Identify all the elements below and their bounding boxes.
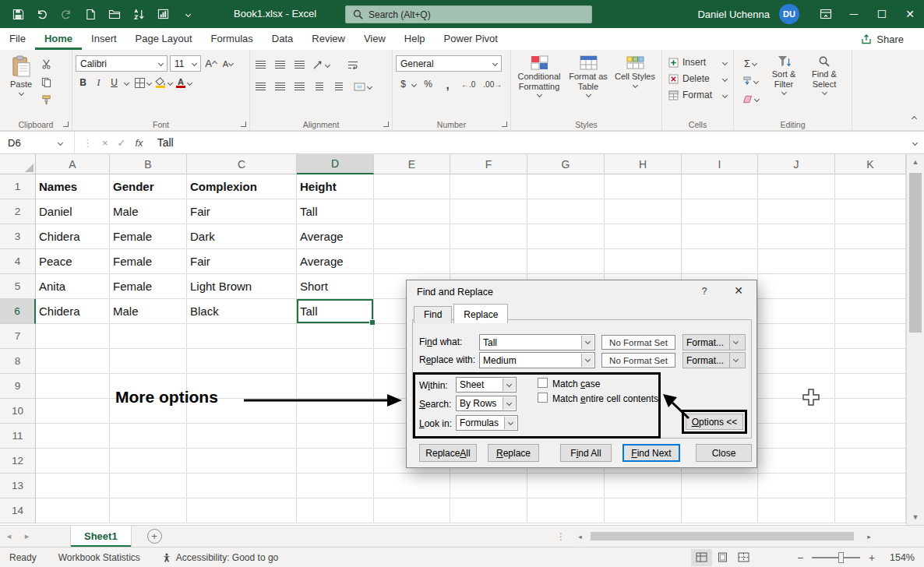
ribbon-display-options-icon[interactable] xyxy=(812,0,840,28)
sheet-nav-left-icon[interactable]: ◂ xyxy=(0,526,18,547)
column-header-E[interactable]: E xyxy=(374,154,450,174)
close-dialog-button[interactable]: Close xyxy=(696,444,752,462)
cell-D11[interactable] xyxy=(297,424,374,449)
cell-A14[interactable] xyxy=(36,498,110,523)
cell-J12[interactable] xyxy=(758,449,835,474)
vertical-scroll-thumb[interactable] xyxy=(909,173,922,333)
cell-H13[interactable] xyxy=(605,474,682,498)
conditional-formatting-button[interactable]: Conditional Formatting xyxy=(514,52,564,118)
wrap-text-icon[interactable] xyxy=(345,57,360,72)
align-right-icon[interactable] xyxy=(292,79,307,94)
name-box-input[interactable] xyxy=(8,137,51,149)
accounting-chevron-icon[interactable] xyxy=(411,81,417,86)
select-all-corner[interactable] xyxy=(0,154,36,174)
options-button[interactable]: Options << xyxy=(686,414,743,430)
align-center-icon[interactable] xyxy=(273,79,287,94)
cell-I13[interactable] xyxy=(682,474,758,498)
cell-J10[interactable] xyxy=(758,399,835,424)
clear-button[interactable] xyxy=(737,91,764,107)
cell-K8[interactable] xyxy=(835,349,906,374)
cell-C11[interactable] xyxy=(187,424,297,449)
cell-C6[interactable]: Black xyxy=(187,299,297,324)
replace-with-input[interactable] xyxy=(480,355,579,366)
find-format-button[interactable]: Format... xyxy=(682,334,746,350)
bold-button[interactable]: B xyxy=(76,75,90,90)
decrease-font-size-button[interactable]: A xyxy=(220,56,235,72)
cell-C13[interactable] xyxy=(187,474,297,498)
find-select-button[interactable]: Find & Select xyxy=(804,52,845,118)
insert-function-icon[interactable]: fx xyxy=(136,137,143,149)
cell-B8[interactable] xyxy=(110,349,187,374)
user-name[interactable]: Daniel Uchenna xyxy=(697,9,770,20)
name-box[interactable] xyxy=(0,132,75,153)
row-header-1[interactable]: 1 xyxy=(0,174,36,199)
row-header-12[interactable]: 12 xyxy=(0,449,36,474)
cell-B6[interactable]: Male xyxy=(110,299,187,324)
cell-E2[interactable] xyxy=(374,199,450,224)
collapse-ribbon-icon[interactable] xyxy=(910,111,916,125)
cell-D3[interactable]: Average xyxy=(297,224,374,249)
replace-button[interactable]: Replace xyxy=(488,444,539,462)
column-header-G[interactable]: G xyxy=(527,154,605,174)
cell-K1[interactable] xyxy=(835,174,906,199)
cell-K2[interactable] xyxy=(835,199,906,224)
tab-find[interactable]: Find xyxy=(414,306,452,323)
minimize-button[interactable]: ─ xyxy=(840,0,868,28)
find-what-dropdown-icon[interactable] xyxy=(581,336,594,349)
format-as-table-button[interactable]: Format as Table xyxy=(564,52,612,118)
cell-E1[interactable] xyxy=(374,174,450,199)
find-all-button[interactable]: Find All xyxy=(560,444,612,462)
merge-center-icon[interactable] xyxy=(352,79,373,94)
cell-K11[interactable] xyxy=(835,424,906,449)
cell-C1[interactable]: Complexion xyxy=(187,174,297,199)
normal-view-button[interactable] xyxy=(691,549,712,566)
number-format-combobox[interactable]: General xyxy=(396,55,502,72)
cell-B14[interactable] xyxy=(110,498,187,523)
cell-K5[interactable] xyxy=(835,274,906,299)
cell-H2[interactable] xyxy=(605,199,682,224)
cell-B11[interactable] xyxy=(110,424,187,449)
scroll-up-icon[interactable]: ▲ xyxy=(907,154,924,170)
cell-D1[interactable]: Height xyxy=(297,174,374,199)
cell-G13[interactable] xyxy=(527,474,605,498)
decrease-indent-icon[interactable] xyxy=(312,79,326,94)
row-header-7[interactable]: 7 xyxy=(0,324,36,349)
search-dropdown[interactable]: By Rows xyxy=(456,396,517,411)
horizontal-scrollbar[interactable]: ⋮ ◂ ▸ xyxy=(550,526,876,547)
add-sheet-icon[interactable]: + xyxy=(147,529,162,544)
ribbon-tab-formulas[interactable]: Formulas xyxy=(202,28,263,50)
cell-B7[interactable] xyxy=(110,324,187,349)
cell-D5[interactable]: Short xyxy=(297,274,374,299)
row-header-2[interactable]: 2 xyxy=(0,199,36,224)
cell-H1[interactable] xyxy=(605,174,682,199)
accounting-format-button[interactable]: $ xyxy=(396,76,411,92)
zoom-slider[interactable] xyxy=(812,557,860,558)
column-header-H[interactable]: H xyxy=(605,154,682,174)
formula-content[interactable]: Tall xyxy=(151,132,904,153)
look-in-dropdown[interactable]: Formulas xyxy=(456,415,518,431)
cell-C14[interactable] xyxy=(187,498,297,523)
dialog-close-icon[interactable]: ✕ xyxy=(728,284,749,297)
row-header-9[interactable]: 9 xyxy=(0,374,36,399)
column-header-D[interactable]: D xyxy=(297,154,374,174)
italic-button[interactable]: I xyxy=(91,75,106,90)
cell-C3[interactable]: Dark xyxy=(187,224,297,249)
ribbon-tab-page-layout[interactable]: Page Layout xyxy=(126,28,202,50)
row-header-13[interactable]: 13 xyxy=(0,474,36,498)
cell-G1[interactable] xyxy=(527,174,605,199)
paste-button[interactable]: Paste xyxy=(3,52,39,118)
cell-K13[interactable] xyxy=(835,474,906,498)
cell-D9[interactable] xyxy=(297,374,374,399)
find-next-button[interactable]: Find Next xyxy=(622,444,680,462)
sheet-nav-right-icon[interactable]: ▸ xyxy=(18,526,36,547)
cell-J9[interactable] xyxy=(758,374,835,399)
cut-icon[interactable] xyxy=(39,56,54,72)
cell-styles-button[interactable]: Cell Styles xyxy=(612,52,658,118)
formula-bar-splitter[interactable]: ⋮ xyxy=(83,137,93,149)
delete-cells-button[interactable]: Delete xyxy=(665,72,730,86)
cell-F13[interactable] xyxy=(450,474,527,498)
cell-G2[interactable] xyxy=(527,199,605,224)
cell-C8[interactable] xyxy=(187,349,297,374)
increase-indent-icon[interactable] xyxy=(331,79,346,94)
row-header-10[interactable]: 10 xyxy=(0,399,36,424)
